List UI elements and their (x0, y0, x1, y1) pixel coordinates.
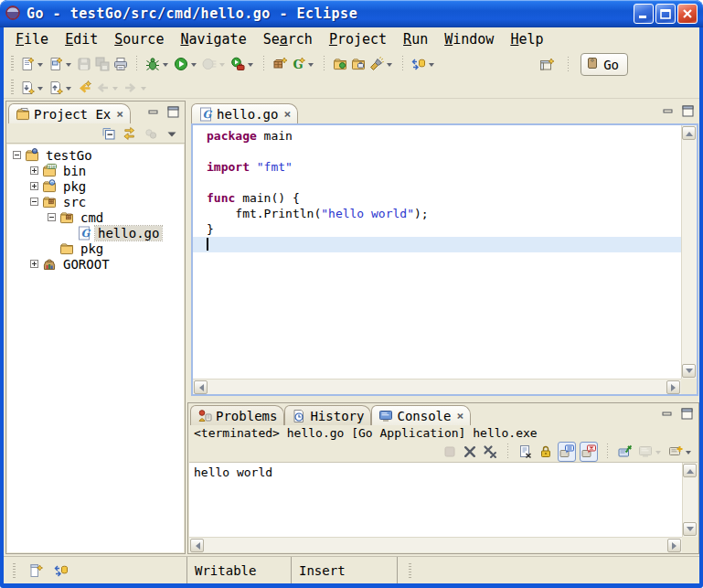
minimize-editor-button[interactable] (661, 104, 676, 118)
minimize-button[interactable] (634, 4, 654, 24)
external-tools-button[interactable] (229, 54, 256, 74)
open-perspective-button[interactable] (538, 55, 555, 75)
back-button[interactable] (94, 78, 121, 98)
editor-vertical-scrollbar[interactable] (681, 125, 697, 379)
external-tools-dropdown-icon[interactable] (248, 63, 253, 69)
save-button[interactable] (76, 54, 92, 74)
scroll-right-button[interactable] (666, 380, 680, 394)
tree-expander-icon[interactable] (13, 151, 21, 159)
new-wizard-dropdown-icon[interactable] (37, 63, 43, 69)
scroll-right-button[interactable] (667, 539, 681, 552)
menu-navigate[interactable]: Navigate (172, 27, 254, 51)
title-bar[interactable]: Go - testGo/src/cmd/hello.go - Eclipse (0, 0, 703, 27)
close-view-icon[interactable]: × (456, 410, 463, 422)
new-item-wizard-button[interactable] (48, 54, 74, 74)
scroll-left-button[interactable] (194, 380, 208, 394)
tree-item-hello-go[interactable]: Ghello.go (7, 225, 184, 241)
debug-dropdown-icon[interactable] (163, 63, 168, 69)
minimize-console-button[interactable] (660, 407, 676, 421)
console-vertical-scrollbar[interactable] (682, 463, 698, 537)
menu-file[interactable]: File (7, 27, 57, 51)
prev-annotation-button[interactable] (48, 78, 74, 98)
tree-expander-icon[interactable] (48, 213, 56, 221)
save-all-button[interactable] (94, 54, 111, 74)
search-button[interactable] (368, 54, 395, 74)
run-button[interactable] (173, 54, 199, 74)
menu-help[interactable]: Help (502, 27, 551, 51)
scroll-down-button[interactable] (683, 522, 697, 536)
print-button[interactable] (112, 54, 129, 74)
synchronize-button[interactable] (53, 561, 69, 581)
tree-expander-icon[interactable] (30, 166, 38, 175)
go-perspective-button[interactable]: Go (581, 53, 628, 76)
display-console-dropdown-icon[interactable] (655, 451, 661, 457)
synchronize-dropdown-icon[interactable] (429, 63, 434, 69)
pin-console-button[interactable] (617, 442, 634, 462)
tree-item-cmd[interactable]: cmd (7, 209, 184, 225)
show-stderr-button[interactable] (580, 442, 598, 462)
new-go-type-button[interactable]: G (290, 54, 316, 74)
display-console-button[interactable] (637, 442, 664, 462)
console-tab-problems[interactable]: Problems (190, 405, 284, 425)
code-editor[interactable]: package mainimport "fmt"func main() { fm… (191, 123, 698, 396)
scroll-down-button[interactable] (682, 364, 696, 378)
remove-launch-button[interactable] (462, 442, 478, 462)
scroll-up-button[interactable] (683, 464, 697, 477)
next-annotation-dropdown-icon[interactable] (37, 87, 43, 93)
debug-button[interactable] (144, 54, 171, 74)
remove-all-terminated-button[interactable] (482, 442, 498, 462)
editor-tab-hello-go[interactable]: G hello.go × (191, 103, 298, 123)
run-history-button[interactable] (201, 54, 228, 74)
open-type-button[interactable] (332, 54, 348, 74)
maximize-editor-button[interactable] (680, 104, 696, 118)
maximize-console-button[interactable] (679, 407, 695, 421)
menu-source[interactable]: Source (106, 27, 172, 51)
filters-button[interactable] (143, 123, 159, 144)
console-tab-history[interactable]: History (284, 405, 371, 425)
project-explorer-tab[interactable]: Project Ex × (8, 103, 131, 123)
scroll-lock-button[interactable] (538, 442, 554, 462)
last-edit-location-button[interactable] (76, 78, 92, 98)
tree-item-src[interactable]: src (7, 194, 184, 209)
forward-dropdown-icon[interactable] (141, 87, 146, 93)
open-resource-button[interactable] (350, 54, 367, 74)
fast-view-button[interactable] (27, 561, 44, 581)
tree-expander-icon[interactable] (30, 260, 38, 268)
console-tab-console[interactable]: Console× (371, 405, 471, 425)
close-button[interactable] (677, 4, 698, 24)
new-package-button[interactable] (272, 54, 288, 74)
open-console-button[interactable] (667, 442, 694, 462)
tree-item-pkg[interactable]: pkg (7, 178, 184, 194)
editor-horizontal-scrollbar[interactable] (193, 379, 681, 394)
clear-console-button[interactable] (517, 442, 534, 462)
code-area[interactable]: package mainimport "fmt"func main() { fm… (193, 125, 681, 379)
menu-project[interactable]: Project (321, 27, 395, 51)
collapse-all-button[interactable] (101, 123, 117, 144)
terminate-button[interactable] (442, 442, 458, 462)
menu-edit[interactable]: Edit (57, 27, 106, 51)
view-menu-button[interactable] (164, 123, 180, 144)
run-history-dropdown-icon[interactable] (219, 63, 225, 69)
search-dropdown-icon[interactable] (387, 63, 392, 69)
menu-run[interactable]: Run (395, 27, 436, 51)
prev-annotation-dropdown-icon[interactable] (66, 87, 71, 93)
link-with-editor-button[interactable] (122, 123, 138, 144)
tree-expander-icon[interactable] (30, 198, 38, 206)
back-dropdown-icon[interactable] (112, 87, 118, 93)
new-item-wizard-dropdown-icon[interactable] (66, 63, 71, 69)
menu-window[interactable]: Window (436, 27, 502, 51)
tree-item-bin[interactable]: 010bin (7, 163, 184, 178)
menu-search[interactable]: Search (255, 27, 321, 51)
show-stdout-button[interactable] (558, 442, 576, 462)
console-output-area[interactable]: hello world (189, 462, 698, 552)
tree-item-goroot[interactable]: GOROOT (7, 256, 184, 272)
forward-button[interactable] (122, 78, 149, 98)
run-dropdown-icon[interactable] (191, 63, 197, 69)
close-view-icon[interactable]: × (116, 108, 123, 120)
tree-item-testgo[interactable]: testGo (7, 147, 184, 163)
minimize-view-button[interactable] (146, 105, 162, 119)
scroll-left-button[interactable] (190, 539, 204, 552)
tree-item-pkg[interactable]: pkg (7, 241, 184, 256)
new-wizard-button[interactable] (19, 54, 46, 74)
scroll-up-button[interactable] (682, 126, 696, 140)
